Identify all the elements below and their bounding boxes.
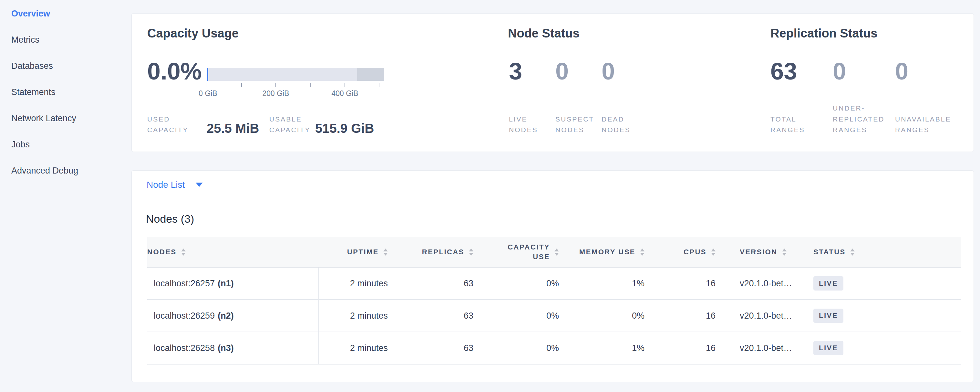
column-header-memory-use[interactable]: MEMORY USE [567, 248, 652, 256]
usable-capacity-label: USABLECAPACITY [269, 114, 310, 135]
sort-icon[interactable] [640, 249, 644, 256]
cpus-cell: 16 [652, 332, 724, 364]
used-capacity-value: 25.5 MiB [207, 121, 259, 135]
capacity-usage-title: Capacity Usage [147, 27, 239, 40]
main-content: Capacity Usage 0.0% 0 GiB 200 GiB [131, 0, 980, 382]
unavailable-ranges-count: 0 [895, 59, 908, 83]
capacity-gauge-used-marker [207, 68, 208, 81]
total-ranges-label: TOTALRANGES [770, 114, 805, 135]
sidebar-item-jobs[interactable]: Jobs [0, 132, 131, 158]
capacity-used-percent: 0.0% [147, 59, 202, 83]
status-cell: LIVE [795, 332, 961, 364]
sidebar: Overview Metrics Databases Statements Ne… [0, 0, 131, 382]
sort-icon[interactable] [711, 249, 716, 256]
column-header-version[interactable]: VERSION [724, 248, 795, 256]
replicas-cell: 63 [396, 332, 482, 364]
column-header-uptime[interactable]: UPTIME [319, 248, 396, 256]
status-badge: LIVE [813, 341, 843, 355]
version-cell: v20.1.0-bet… [724, 332, 795, 364]
memory-use-cell: 1% [567, 268, 652, 299]
sidebar-item-overview[interactable]: Overview [0, 1, 131, 27]
sidebar-item-advanced-debug[interactable]: Advanced Debug [0, 158, 131, 184]
sort-icon[interactable] [383, 249, 388, 256]
cpus-cell: 16 [652, 300, 724, 331]
capacity-use-cell: 0% [482, 300, 567, 331]
node-list-card: Node List Nodes (3) NODES UPTIME REPLICA… [131, 170, 974, 382]
node-status-title: Node Status [508, 27, 580, 40]
memory-use-cell: 1% [567, 332, 652, 364]
replicas-cell: 63 [396, 300, 482, 331]
sidebar-item-network-latency[interactable]: Network Latency [0, 105, 131, 132]
column-header-cpus[interactable]: CPUS [652, 248, 724, 256]
status-badge: LIVE [813, 276, 843, 290]
replicas-cell: 63 [396, 268, 482, 299]
node-address-cell[interactable]: localhost:26259 (n2) [147, 300, 319, 331]
dead-nodes-count: 0 [601, 59, 615, 83]
axis-label-400gib: 400 GiB [331, 89, 358, 98]
table-row[interactable]: localhost:26258 (n3) 2 minutes 63 0% 1% … [147, 332, 961, 365]
status-cell: LIVE [795, 300, 961, 331]
capacity-use-cell: 0% [482, 268, 567, 299]
capacity-gauge-bar [207, 68, 384, 81]
total-ranges-count: 63 [770, 59, 797, 83]
sidebar-item-statements[interactable]: Statements [0, 79, 131, 105]
chevron-down-icon [196, 183, 203, 187]
dead-nodes-label: DEADNODES [601, 114, 631, 135]
suspect-nodes-label: SUSPECTNODES [555, 114, 594, 135]
replication-status-title: Replication Status [770, 27, 878, 40]
sidebar-item-databases[interactable]: Databases [0, 53, 131, 79]
sidebar-item-metrics[interactable]: Metrics [0, 27, 131, 53]
nodes-table-header: NODES UPTIME REPLICAS CAPACITYUSE [147, 237, 961, 268]
capacity-gauge-axis-labels: 0 GiB 200 GiB 400 GiB [207, 89, 388, 98]
capacity-use-cell: 0% [482, 332, 567, 364]
node-list-view-selector[interactable]: Node List [132, 171, 974, 199]
node-address-cell[interactable]: localhost:26258 (n3) [147, 332, 319, 364]
memory-use-cell: 0% [567, 300, 652, 331]
axis-label-0gib: 0 GiB [199, 89, 217, 98]
cluster-summary-card: Capacity Usage 0.0% 0 GiB 200 GiB [131, 13, 974, 152]
status-cell: LIVE [795, 268, 961, 299]
app-layout: Overview Metrics Databases Statements Ne… [0, 0, 980, 382]
table-row[interactable]: localhost:26257 (n1) 2 minutes 63 0% 1% … [147, 268, 961, 300]
used-capacity-label: USEDCAPACITY [147, 114, 188, 135]
column-header-status[interactable]: STATUS [795, 248, 961, 256]
capacity-gauge-ticks [207, 83, 388, 88]
node-list-selector-label: Node List [146, 180, 185, 190]
uptime-cell: 2 minutes [319, 268, 396, 299]
nodes-heading: Nodes (3) [146, 213, 974, 225]
cpus-cell: 16 [652, 268, 724, 299]
column-header-replicas[interactable]: REPLICAS [396, 248, 482, 256]
capacity-gauge-reserved-segment [357, 68, 384, 81]
under-replicated-ranges-label: UNDER-REPLICATEDRANGES [833, 103, 885, 135]
usable-capacity-value: 515.9 GiB [315, 121, 374, 135]
sort-icon[interactable] [554, 249, 559, 256]
sort-icon[interactable] [181, 249, 186, 256]
under-replicated-ranges-count: 0 [833, 59, 846, 83]
sort-icon[interactable] [469, 249, 473, 256]
table-row[interactable]: localhost:26259 (n2) 2 minutes 63 0% 0% … [147, 300, 961, 332]
column-header-capacity-use[interactable]: CAPACITYUSE [482, 242, 567, 261]
status-badge: LIVE [813, 309, 843, 323]
capacity-gauge: 0 GiB 200 GiB 400 GiB [207, 68, 388, 98]
live-nodes-label: LIVENODES [509, 114, 538, 135]
nodes-table: NODES UPTIME REPLICAS CAPACITYUSE [147, 237, 961, 365]
version-cell: v20.1.0-bet… [724, 300, 795, 331]
column-header-nodes[interactable]: NODES [147, 248, 319, 256]
version-cell: v20.1.0-bet… [724, 268, 795, 299]
sort-icon[interactable] [782, 249, 787, 256]
unavailable-ranges-label: UNAVAILABLERANGES [895, 114, 951, 135]
uptime-cell: 2 minutes [319, 332, 396, 364]
node-address-cell[interactable]: localhost:26257 (n1) [147, 268, 319, 299]
axis-label-200gib: 200 GiB [262, 89, 289, 98]
sort-icon[interactable] [850, 249, 855, 256]
suspect-nodes-count: 0 [555, 59, 569, 83]
uptime-cell: 2 minutes [319, 300, 396, 331]
live-nodes-count: 3 [509, 59, 522, 83]
